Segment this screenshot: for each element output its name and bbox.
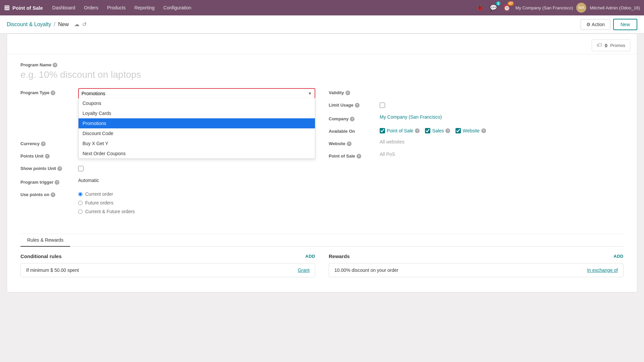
- company-name[interactable]: My Company (San Francisco): [515, 5, 573, 10]
- action-button[interactable]: ⚙ Action: [581, 19, 610, 30]
- promos-area: 🏷 0 Promos: [7, 34, 637, 54]
- program-trigger-row: Program trigger ? Automatic: [20, 178, 315, 185]
- breadcrumb-left: Discount & Loyalty / New ☁ ↺: [7, 21, 87, 27]
- discard-icon[interactable]: ↺: [82, 21, 87, 27]
- pos-help[interactable]: ?: [415, 128, 420, 133]
- point-of-sale-value: All PoS: [380, 149, 395, 157]
- breadcrumb-parent[interactable]: Discount & Loyalty: [7, 21, 51, 27]
- tabs-bar: Rules & Rewards: [20, 234, 624, 247]
- rule-text: If minimum $ 50.00 spent: [26, 267, 79, 273]
- user-name[interactable]: Mitchell Admin (Odoo_16): [590, 5, 640, 10]
- rule-row: If minimum $ 50.00 spent Grant: [20, 263, 315, 277]
- sales-help[interactable]: ?: [445, 128, 450, 133]
- dropdown-promotions[interactable]: Promotions: [78, 118, 315, 128]
- grant-link[interactable]: Grant: [298, 267, 310, 273]
- website-help[interactable]: ?: [481, 128, 486, 133]
- bug-icon[interactable]: 🐞: [475, 3, 485, 13]
- program-type-dropdown: Coupons Loyalty Cards Promotions Discoun…: [78, 98, 315, 159]
- website-value: All websites: [380, 137, 405, 144]
- reward-row: 10.00% discount on your order In exchang…: [329, 263, 624, 277]
- use-points-help[interactable]: ?: [51, 192, 55, 197]
- program-type-label: Program Type ?: [20, 88, 74, 95]
- radio-future-orders-label: Future orders: [85, 200, 113, 205]
- radio-future-orders[interactable]: Future orders: [78, 200, 315, 205]
- new-button[interactable]: New: [613, 19, 637, 30]
- points-unit-help[interactable]: ?: [45, 154, 50, 159]
- program-name-help[interactable]: ?: [53, 63, 57, 67]
- company-help[interactable]: ?: [350, 117, 355, 121]
- radio-current-future-input[interactable]: [78, 209, 83, 214]
- app-logo[interactable]: ⊞ Point of Sale: [4, 4, 43, 12]
- add-reward-button[interactable]: ADD: [613, 254, 624, 259]
- user-avatar[interactable]: MA: [576, 3, 586, 13]
- rules-rewards-columns: Conditional rules ADD If minimum $ 50.00…: [20, 253, 624, 277]
- dropdown-discount-code[interactable]: Discount Code: [78, 128, 315, 138]
- limit-usage-checkbox[interactable]: [380, 103, 385, 108]
- in-exchange-link[interactable]: In exchange of: [587, 267, 618, 273]
- form-columns: Program Type ? Coupons Loyalty Cards Pro…: [20, 88, 624, 223]
- radio-future-orders-input[interactable]: [78, 201, 83, 205]
- pos-checkbox[interactable]: [380, 128, 385, 133]
- activity-icon[interactable]: ⏰ 47: [502, 3, 512, 13]
- company-value[interactable]: My Company (San Francisco): [380, 112, 442, 120]
- show-points-help[interactable]: ?: [57, 166, 62, 171]
- nav-dashboard[interactable]: Dashboard: [48, 3, 79, 12]
- program-name-section: Program Name ?: [20, 62, 624, 80]
- nav-reporting[interactable]: Reporting: [130, 3, 159, 12]
- nav-orders[interactable]: Orders: [80, 3, 102, 12]
- use-points-on-value: Current order Future orders Current & Fu…: [78, 190, 315, 218]
- show-points-unit-checkbox[interactable]: [78, 166, 84, 171]
- currency-label: Currency ?: [20, 139, 74, 146]
- sales-checkbox[interactable]: [425, 128, 430, 133]
- website-row: Website ? All websites: [329, 139, 624, 146]
- nav-configuration[interactable]: Configuration: [159, 3, 195, 12]
- app-name: Point of Sale: [12, 5, 43, 11]
- pos-label[interactable]: Point of Sale: [387, 128, 413, 133]
- tag-icon: 🏷: [597, 42, 602, 48]
- rules-rewards-content: Conditional rules ADD If minimum $ 50.00…: [20, 247, 624, 284]
- radio-current-order-input[interactable]: [78, 192, 83, 196]
- website-value-col: All websites: [380, 139, 624, 144]
- sales-checkbox-group: Sales ?: [425, 128, 450, 133]
- dropdown-buy-x-get-y[interactable]: Buy X Get Y: [78, 138, 315, 148]
- nav-products[interactable]: Products: [103, 3, 129, 12]
- chat-badge: 5: [496, 1, 501, 6]
- pos-field-help[interactable]: ?: [357, 154, 361, 159]
- program-trigger-text: Automatic: [78, 176, 99, 183]
- add-rule-button[interactable]: ADD: [305, 254, 315, 259]
- rewards-section: Rewards ADD 10.00% discount on your orde…: [329, 253, 624, 277]
- promos-badge[interactable]: 🏷 0 Promos: [592, 39, 630, 51]
- main-content: 🏷 0 Promos Program Name ?: [0, 34, 644, 362]
- website-label[interactable]: Website: [463, 128, 479, 133]
- chat-icon[interactable]: 💬 5: [488, 3, 498, 13]
- dropdown-loyalty-cards[interactable]: Loyalty Cards: [78, 108, 315, 118]
- program-name-input[interactable]: [20, 69, 624, 80]
- points-unit-label: Points Unit ?: [20, 152, 74, 159]
- limit-usage-help[interactable]: ?: [355, 103, 360, 108]
- dropdown-next-order-coupons[interactable]: Next Order Coupons: [78, 148, 315, 159]
- radio-current-future-label: Current & Future orders: [85, 209, 135, 214]
- conditional-rules-header: Conditional rules ADD: [20, 253, 315, 259]
- currency-help[interactable]: ?: [41, 141, 46, 146]
- point-of-sale-label: Point of Sale ?: [329, 152, 376, 159]
- tab-rules-rewards[interactable]: Rules & Rewards: [20, 234, 70, 247]
- dropdown-coupons[interactable]: Coupons: [78, 98, 315, 108]
- breadcrumb-icons: ☁ ↺: [74, 21, 87, 27]
- limit-usage-value: [380, 101, 624, 109]
- tabs-section: Rules & Rewards Conditional rules ADD If: [20, 234, 624, 284]
- radio-current-future[interactable]: Current & Future orders: [78, 209, 315, 214]
- website-checkbox[interactable]: [455, 128, 461, 133]
- radio-current-order[interactable]: Current order: [78, 191, 315, 197]
- program-type-help[interactable]: ?: [51, 90, 55, 95]
- program-trigger-help[interactable]: ?: [55, 180, 59, 185]
- program-trigger-value: Automatic: [78, 178, 315, 183]
- rewards-title: Rewards: [329, 253, 350, 259]
- save-icon[interactable]: ☁: [74, 21, 79, 27]
- show-points-unit-value: [78, 164, 315, 172]
- website-help-icon[interactable]: ?: [347, 141, 352, 146]
- validity-help[interactable]: ?: [345, 90, 350, 95]
- sales-label[interactable]: Sales: [432, 128, 444, 133]
- program-type-select[interactable]: Coupons Loyalty Cards Promotions Discoun…: [79, 89, 315, 98]
- program-type-wrapper: Coupons Loyalty Cards Promotions Discoun…: [78, 88, 315, 99]
- top-navigation: ⊞ Point of Sale Dashboard Orders Product…: [0, 0, 644, 15]
